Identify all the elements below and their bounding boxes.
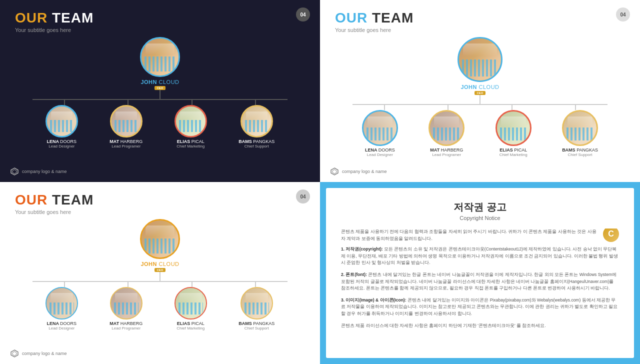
logo-text-1: company logo & name <box>22 169 67 174</box>
slide-2-logo: company logo & name <box>330 167 387 176</box>
ceo-name-3: JOHN CLOUD <box>140 261 179 267</box>
slide-3-number: 04 <box>296 190 310 204</box>
member-4-avatar <box>240 105 273 138</box>
slide-2: 04 OUR TEAM Your subtitle goes here JOHN… <box>320 0 640 182</box>
title-our: OUR <box>15 10 48 26</box>
drop-3 <box>192 100 192 105</box>
section-2-title: 2. 폰트(font): <box>341 272 367 277</box>
logo-text-3: company logo & name <box>22 351 67 356</box>
slide-1-logo: company logo & name <box>10 167 67 176</box>
slide-2-title: OUR TEAM <box>335 10 625 26</box>
branch-drops-3 <box>32 282 288 287</box>
slide-3: 04 OUR TEAM Your subtitle goes here JOHN… <box>0 182 320 364</box>
svg-marker-3 <box>332 170 336 174</box>
ceo-name-2: JOHN CLOUD <box>460 84 499 90</box>
ceo-name: JOHN CLOUD <box>140 79 179 85</box>
ceo-avatar <box>140 37 180 77</box>
member-4: BAMS PANGKAS Chief Support <box>238 105 274 148</box>
org-tree-2: JOHN CLOUD CEO LENA DOORS <box>335 37 625 157</box>
member-3-avatar <box>174 105 207 138</box>
member-1-avatar <box>46 105 78 138</box>
slide-1-subtitle: Your subtitle goes here <box>15 27 305 33</box>
copyright-panel: 저작권 공고 Copyright Notice C 콘텐츠 제품을 사용하기 전… <box>326 188 634 358</box>
member-3: ELIAS PICAL Chief Marketing <box>174 105 207 148</box>
member-2-role: Lead Programer <box>112 144 140 148</box>
copyright-section-3: 3. 이미지(Image) & 아이콘(Icon): 콘텐츠 내에 달겨있는 이… <box>341 297 619 318</box>
ceo-chart-img <box>142 38 178 76</box>
branch-h-line-2 <box>352 104 608 105</box>
branch-drops <box>32 100 288 105</box>
logo-icon-2 <box>330 167 339 176</box>
member-3-name: ELIAS PICAL <box>177 139 204 144</box>
slide-1-number: 04 <box>296 8 310 22</box>
svg-marker-5 <box>12 352 16 356</box>
drop-2 <box>128 100 128 105</box>
ceo-avatar-3 <box>140 219 180 259</box>
slide-3-title: OUR TEAM <box>15 192 305 208</box>
tree-top-3: JOHN CLOUD CEO <box>140 219 180 281</box>
member-3-role: Chief Marketing <box>176 144 204 148</box>
copyright-intro: 콘텐츠 제품을 사용하기 전에 다음의 협력과 조항들을 자세히 읽어 주시기 … <box>341 228 619 242</box>
team-row-2: LENA DOORS Lead Designer MAT HARBERG Lea… <box>346 110 614 157</box>
copyright-section-4: 콘텐츠 제품 라이선스에 대한 자세한 사항은 홈페이지 하단에 기재한 '콘텐… <box>341 322 619 330</box>
member-1-name: LENA DOORS <box>46 139 76 144</box>
copyright-title: 저작권 공고 <box>341 200 619 214</box>
copyright-section-2: 2. 폰트(font): 콘텐츠 내에 달겨있는 한글 폰트는 네이버 나눔글꼴… <box>341 272 619 292</box>
logo-icon <box>10 167 19 176</box>
slide-1-title: OUR TEAM <box>15 10 305 26</box>
slide-2-number: 04 <box>616 8 630 22</box>
section-1-content: 모든 콘텐츠의 소유 및 저작권은 콘텐츠테이크아웃(Contentstakeo… <box>341 246 618 265</box>
section-1-title: 1. 저작권(copyright): <box>341 246 383 252</box>
slide-4: 저작권 공고 Copyright Notice C 콘텐츠 제품을 사용하기 전… <box>320 182 640 364</box>
tree-top-1: JOHN CLOUD CEO <box>140 37 180 99</box>
copyright-subtitle: Copyright Notice <box>341 215 619 221</box>
org-tree-1: JOHN CLOUD CEO <box>15 37 305 148</box>
member-4-name: BAMS PANGKAS <box>238 139 274 144</box>
slide-2-subtitle: Your subtitle goes here <box>335 27 625 33</box>
drop-4 <box>255 100 256 105</box>
section-2-content: 콘텐츠 내에 달겨있는 한글 폰트는 네이버 나눔글꼴이 저작권을 이에 제작자… <box>341 272 616 290</box>
slide-3-subtitle: Your subtitle goes here <box>15 209 305 215</box>
org-tree-3: JOHN CLOUD CEO LENA DOORS <box>15 219 305 330</box>
member-4-role: Chief Support <box>244 144 269 148</box>
slide-3-logo: company logo & name <box>10 349 67 358</box>
member-1-role: Lead Designer <box>48 144 74 148</box>
logo-icon-3 <box>10 349 19 358</box>
team-row-3: LENA DOORS Lead Designer MAT HARBERG Lea… <box>30 287 290 330</box>
title-our-2: OUR <box>335 10 368 26</box>
drop-1 <box>64 100 65 105</box>
slide-1: 04 OUR TEAM Your subtitle goes here JOHN… <box>0 0 320 182</box>
copyright-content: C 콘텐츠 제품을 사용하기 전에 다음의 협력과 조항들을 자세히 읽어 주시… <box>341 228 619 329</box>
tree-top-2: JOHN CLOUD CEO <box>458 37 502 104</box>
logo-text-2: company logo & name <box>342 169 387 174</box>
section-3-title: 3. 이미지(Image) & 아이콘(Icon): <box>341 298 406 302</box>
branch-drops-2 <box>352 105 608 110</box>
member-1: LENA DOORS Lead Designer <box>46 105 78 148</box>
section-4-content: 콘텐츠 제품 라이선스에 대한 자세한 사항은 홈페이지 하단에 기재한 '콘텐… <box>341 323 546 328</box>
branch-h-line-3 <box>32 281 288 282</box>
ceo-badge-3: CEO <box>154 268 165 272</box>
member-2: MAT HARBERG Lead Programer <box>110 105 142 148</box>
copyright-section-1: 1. 저작권(copyright): 모든 콘텐츠의 소유 및 저작권은 콘텐츠… <box>341 246 619 266</box>
ceo-avatar-2 <box>458 37 502 82</box>
ceo-badge-2: CEO <box>474 91 485 95</box>
member-2-name: MAT HARBERG <box>110 139 142 144</box>
member-2-avatar <box>110 105 142 138</box>
svg-marker-1 <box>12 170 16 174</box>
ceo-badge: CEO <box>154 86 165 90</box>
title-our-3: OUR <box>15 192 48 208</box>
branch-h-line <box>32 99 288 100</box>
connector-v-top <box>160 90 160 99</box>
team-row-1: LENA DOORS Lead Designer MAT HARBERG Lea… <box>30 105 290 148</box>
